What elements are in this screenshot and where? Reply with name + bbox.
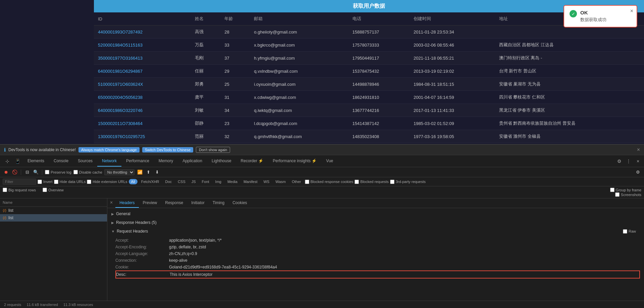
overview-checkbox[interactable] — [43, 188, 47, 192]
tab-recorder[interactable]: Recorder ⚡ — [236, 156, 268, 167]
upload-icon[interactable]: ⬆ — [145, 169, 152, 176]
gear-icon[interactable]: ⚙ — [635, 169, 641, 176]
check-icon: ✓ — [570, 10, 577, 17]
details-tab-preview[interactable]: Preview — [139, 198, 161, 208]
details-tab-timing[interactable]: Timing — [209, 198, 229, 208]
group-by-frame-checkbox[interactable] — [610, 188, 614, 192]
disable-cache-label[interactable]: Disable cache — [73, 170, 102, 174]
response-headers-section-header[interactable]: ▶ Response Headers (5) — [107, 218, 644, 227]
big-request-rows-checkbox[interactable] — [3, 188, 7, 192]
preserve-log-checkbox[interactable] — [45, 170, 49, 174]
col-name: 姓名 — [191, 12, 220, 25]
request-item[interactable]: ⟨/⟩list — [0, 207, 107, 214]
disable-cache-checkbox[interactable] — [73, 170, 78, 174]
filter-fetchxhr-button[interactable]: Fetch/XHR — [139, 179, 162, 184]
throttle-select[interactable]: No throttling — [104, 169, 135, 175]
details-tab-response[interactable]: Response — [161, 198, 187, 208]
toast-close-button[interactable]: × — [630, 8, 633, 14]
search-button[interactable]: 🔍 — [33, 169, 39, 176]
request-item[interactable]: ⟨/⟩list — [0, 214, 107, 222]
tab-sources[interactable]: Sources — [73, 156, 97, 167]
match-language-button[interactable]: Always match Chrome's language — [78, 147, 140, 152]
switch-devtools-button[interactable]: Switch DevTools to Chinese — [142, 147, 193, 152]
details-tab-initiator[interactable]: Initiator — [187, 198, 208, 208]
filter-js-button[interactable]: JS — [189, 179, 198, 184]
filter-ws-button[interactable]: WS — [261, 179, 272, 184]
details-tab-headers[interactable]: Headers — [115, 198, 139, 208]
filter-media-button[interactable]: Media — [225, 179, 240, 184]
overview-label[interactable]: Overview — [43, 188, 64, 192]
device-icon[interactable]: 📱 — [13, 157, 21, 165]
filter-input[interactable] — [3, 179, 36, 185]
wifi-icon[interactable]: 📶 — [137, 169, 143, 176]
notif-close-button[interactable]: × — [637, 147, 640, 153]
tab-performance-insights[interactable]: Performance insights ⚡ — [268, 156, 321, 167]
invert-checkbox[interactable] — [38, 180, 42, 184]
hide-extension-urls-checkbox[interactable] — [87, 180, 91, 184]
tab-network[interactable]: Network — [97, 156, 121, 167]
tab-memory[interactable]: Memory — [154, 156, 178, 167]
options-row-2: Screenshots — [0, 192, 644, 198]
screenshots-checkbox[interactable] — [615, 192, 620, 197]
toast-subtitle: 数据获取成功 — [580, 17, 606, 23]
blocked-requests-checkbox[interactable] — [355, 180, 359, 184]
header-row: Desc:This is Axios Interceptor — [115, 270, 640, 279]
filter-font-button[interactable]: Font — [200, 179, 212, 184]
tab-lighthouse[interactable]: Lighthouse — [207, 156, 236, 167]
filter-doc-button[interactable]: Doc — [163, 179, 174, 184]
table-cell: q.iwktq@gmail.com — [250, 104, 348, 117]
invert-label[interactable]: Invert — [38, 180, 53, 184]
general-section-header[interactable]: ▶ General — [107, 209, 644, 218]
inspect-icon[interactable]: ⊹ — [3, 157, 11, 165]
big-request-rows-label[interactable]: Big request rows — [3, 188, 36, 192]
hide-data-urls-label[interactable]: Hide data URLs — [54, 180, 86, 184]
headers-content: Accept:application/json, text/plain, */*… — [107, 236, 644, 280]
table-cell: 1985-03-02 01:52:09 — [410, 117, 495, 130]
header-name: Accept-Encoding: — [115, 245, 169, 249]
details-tab-cookies[interactable]: Cookies — [228, 198, 251, 208]
header-row: Accept-Language:zh-CN,zh;q=0.9 — [115, 250, 640, 257]
toolbar-divider-1 — [21, 170, 21, 175]
filter-toggle-button[interactable]: ⊟ — [24, 169, 31, 176]
request-list: ⟨/⟩list⟨/⟩list — [0, 207, 107, 222]
table-cell: 贵州省 黔西南布依族苗族自治州 普安县 — [495, 117, 644, 130]
blocked-requests-label[interactable]: Blocked requests — [355, 180, 388, 184]
tab-performance[interactable]: Performance — [121, 156, 154, 167]
record-button[interactable]: ⏺ — [3, 169, 9, 176]
blocked-response-cookies-checkbox[interactable] — [305, 180, 309, 184]
third-party-label[interactable]: 3rd-party requests — [390, 180, 426, 184]
table-cell: 郑勇 — [191, 78, 220, 91]
table-cell: o.gheiioty@gmail.com — [250, 25, 348, 39]
filter-wasm-button[interactable]: Wasm — [273, 179, 288, 184]
request-headers-section-header[interactable]: ▼ Request Headers Raw — [107, 227, 644, 236]
download-icon[interactable]: ⬇ — [154, 169, 161, 176]
raw-checkbox[interactable] — [623, 229, 627, 234]
toast-notification: ✓ OK 数据获取成功 × — [564, 5, 637, 27]
hide-data-urls-checkbox[interactable] — [54, 180, 58, 184]
group-by-frame-label[interactable]: Group by frame — [610, 188, 641, 192]
filter-manifest-button[interactable]: Manifest — [241, 179, 260, 184]
clear-button[interactable]: 🚫 — [11, 169, 18, 176]
filter-other-button[interactable]: Other — [289, 179, 304, 184]
dont-show-again-button[interactable]: Don't show again — [196, 147, 230, 153]
details-close-button[interactable]: × — [107, 198, 115, 208]
preserve-log-label[interactable]: Preserve log — [45, 170, 71, 174]
filter-all-button[interactable]: All — [129, 179, 138, 184]
header-name: Accept-Language: — [115, 251, 169, 256]
close-devtools-icon[interactable]: × — [634, 157, 642, 165]
table-cell: 3500001977O3166413 — [94, 52, 191, 65]
third-party-checkbox[interactable] — [390, 180, 394, 184]
screenshots-label[interactable]: Screenshots — [615, 192, 641, 197]
table-cell: 6500002004O5056238 — [94, 91, 191, 104]
tab-vue[interactable]: Vue — [321, 156, 338, 167]
resources-size: 11.3 kB resources — [63, 303, 93, 307]
tab-console[interactable]: Console — [49, 156, 73, 167]
tab-elements[interactable]: Elements — [23, 156, 49, 167]
tab-application[interactable]: Application — [178, 156, 207, 167]
filter-img-button[interactable]: Img — [213, 179, 224, 184]
more-options-icon[interactable]: ⋮ — [625, 157, 633, 165]
filter-css-button[interactable]: CSS — [175, 179, 188, 184]
settings-icon[interactable]: ⚙ — [615, 157, 623, 165]
blocked-response-cookies-label[interactable]: Blocked response cookies — [305, 180, 354, 184]
hide-extension-urls-label[interactable]: Hide extension URLs — [87, 180, 127, 184]
